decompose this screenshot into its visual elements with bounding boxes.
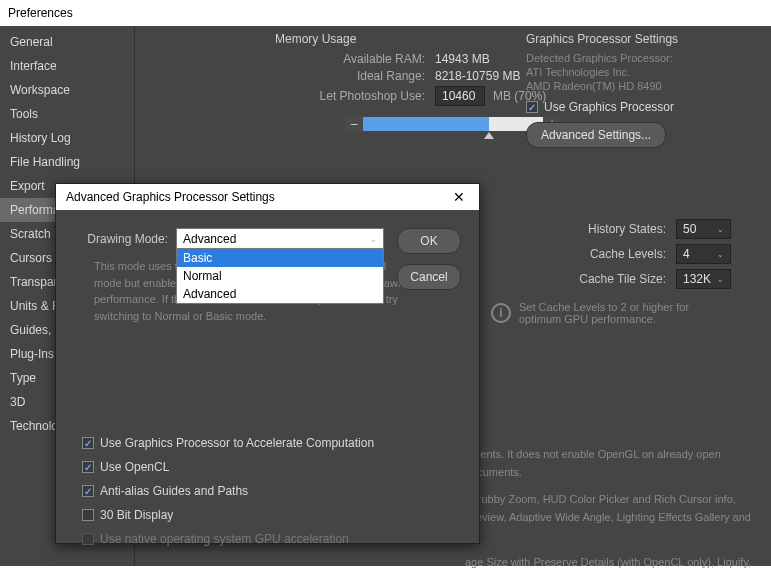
window-title: Preferences [0, 0, 771, 26]
sidebar-item-tools[interactable]: Tools [0, 102, 134, 126]
checkbox-icon [82, 485, 94, 497]
chevron-down-icon: ⌄ [717, 225, 724, 234]
chevron-down-icon: ⌄ [717, 250, 724, 259]
cache-levels-label: Cache Levels: [590, 247, 666, 261]
antialias-guides-checkbox[interactable]: Anti-alias Guides and Paths [82, 484, 459, 498]
sidebar-item-general[interactable]: General [0, 30, 134, 54]
ok-button[interactable]: OK [397, 228, 461, 254]
minus-button[interactable]: − [345, 116, 363, 132]
drawing-mode-select[interactable]: Advanced⌄ [176, 228, 384, 250]
history-states-label: History States: [588, 222, 666, 236]
memory-slider[interactable] [363, 117, 543, 131]
advanced-gpu-modal: Advanced Graphics Processor Settings ✕ D… [55, 183, 480, 544]
gpu-section-label: Graphics Processor Settings [526, 32, 756, 46]
cache-tile-select[interactable]: 132K⌄ [676, 269, 731, 289]
ideal-range-label: Ideal Range: [275, 69, 425, 83]
note-text: Scrubby Zoom, HUD Color Picker and Rich … [465, 491, 756, 544]
let-use-label: Let Photoshop Use: [275, 89, 425, 103]
detected-gpu-label: Detected Graphics Processor: [526, 52, 756, 64]
note-text: ements. It does not enable OpenGL on alr… [465, 446, 756, 481]
drawing-mode-option[interactable]: Basic [177, 249, 383, 267]
cancel-button[interactable]: Cancel [397, 264, 461, 290]
checkbox-icon [82, 461, 94, 473]
info-icon: i [491, 303, 511, 323]
drawing-mode-dropdown[interactable]: BasicNormalAdvanced [176, 248, 384, 304]
cache-levels-select[interactable]: 4⌄ [676, 244, 731, 264]
native-gpu-checkbox: Use native operating system GPU accelera… [82, 532, 459, 546]
drawing-mode-label: Drawing Mode: [76, 228, 168, 246]
let-use-input[interactable]: 10460 [435, 86, 485, 106]
accelerate-computation-checkbox[interactable]: Use Graphics Processor to Accelerate Com… [82, 436, 459, 450]
sidebar-item-workspace[interactable]: Workspace [0, 78, 134, 102]
modal-title: Advanced Graphics Processor Settings [66, 190, 275, 204]
checkbox-icon [82, 437, 94, 449]
history-states-select[interactable]: 50⌄ [676, 219, 731, 239]
sidebar-item-history-log[interactable]: History Log [0, 126, 134, 150]
available-ram-label: Available RAM: [275, 52, 425, 66]
checkbox-icon [526, 101, 538, 113]
use-opencl-checkbox[interactable]: Use OpenCL [82, 460, 459, 474]
drawing-mode-option[interactable]: Normal [177, 267, 383, 285]
note-text: age Size with Preserve Details (with Ope… [465, 554, 756, 570]
chevron-down-icon: ⌄ [370, 235, 377, 244]
cache-tile-label: Cache Tile Size: [579, 272, 666, 286]
drawing-mode-option[interactable]: Advanced [177, 285, 383, 303]
close-icon[interactable]: ✕ [449, 189, 469, 205]
sidebar-item-file-handling[interactable]: File Handling [0, 150, 134, 174]
30bit-display-checkbox[interactable]: 30 Bit Display [82, 508, 459, 522]
chevron-down-icon: ⌄ [717, 275, 724, 284]
checkbox-icon [82, 509, 94, 521]
ideal-range-value: 8218-10759 MB [435, 69, 520, 83]
cache-hint: Set Cache Levels to 2 or higher for opti… [519, 301, 731, 325]
use-gpu-label: Use Graphics Processor [544, 100, 674, 114]
checkbox-icon [82, 533, 94, 545]
gpu-card: AMD Radeon(TM) HD 8490 [526, 80, 756, 92]
sidebar-item-interface[interactable]: Interface [0, 54, 134, 78]
available-ram-value: 14943 MB [435, 52, 490, 66]
use-gpu-checkbox[interactable]: Use Graphics Processor [526, 100, 756, 114]
slider-handle-icon[interactable] [484, 132, 494, 139]
advanced-settings-button[interactable]: Advanced Settings... [526, 122, 666, 148]
gpu-vendor: ATI Technologies Inc. [526, 66, 756, 78]
